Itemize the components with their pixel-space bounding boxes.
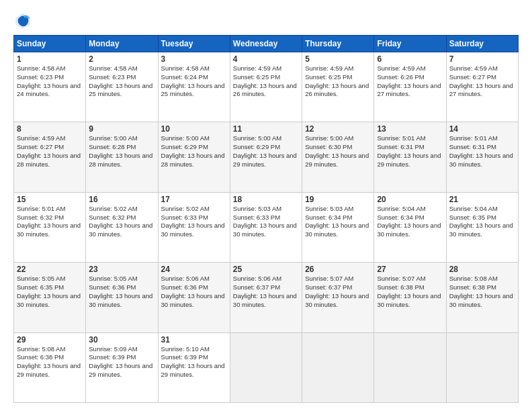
calendar-cell (446, 332, 518, 402)
calendar-cell: 26Sunrise: 5:07 AMSunset: 6:37 PMDayligh… (302, 263, 374, 332)
logo-icon (13, 11, 32, 30)
day-info: Sunrise: 5:05 AMSunset: 6:35 PMDaylight:… (17, 275, 83, 309)
calendar-cell: 12Sunrise: 5:00 AMSunset: 6:30 PMDayligh… (302, 122, 374, 192)
calendar-cell: 6Sunrise: 4:59 AMSunset: 6:26 PMDaylight… (374, 52, 446, 122)
calendar-cell: 8Sunrise: 4:59 AMSunset: 6:27 PMDaylight… (14, 122, 86, 192)
calendar-header-monday: Monday (86, 36, 158, 52)
calendar-cell: 11Sunrise: 5:00 AMSunset: 6:29 PMDayligh… (230, 122, 302, 192)
day-info: Sunrise: 5:02 AMSunset: 6:32 PMDaylight:… (89, 205, 154, 239)
day-info: Sunrise: 5:05 AMSunset: 6:36 PMDaylight:… (89, 275, 154, 309)
calendar-cell: 4Sunrise: 4:59 AMSunset: 6:25 PMDaylight… (230, 52, 302, 122)
day-number: 5 (305, 54, 371, 64)
calendar-cell: 15Sunrise: 5:01 AMSunset: 6:32 PMDayligh… (14, 192, 86, 262)
day-number: 1 (17, 54, 83, 64)
day-info: Sunrise: 5:04 AMSunset: 6:35 PMDaylight:… (449, 205, 515, 239)
day-number: 2 (89, 54, 154, 64)
day-number: 17 (161, 195, 227, 204)
calendar-header-wednesday: Wednesday (230, 36, 302, 52)
day-info: Sunrise: 5:00 AMSunset: 6:30 PMDaylight:… (305, 134, 371, 169)
calendar-cell: 5Sunrise: 4:59 AMSunset: 6:25 PMDaylight… (302, 52, 374, 122)
calendar-cell (302, 332, 374, 402)
day-number: 26 (305, 265, 371, 274)
day-info: Sunrise: 5:07 AMSunset: 6:38 PMDaylight:… (377, 275, 443, 309)
calendar-cell: 7Sunrise: 4:59 AMSunset: 6:27 PMDaylight… (446, 52, 518, 122)
day-info: Sunrise: 5:00 AMSunset: 6:29 PMDaylight:… (161, 134, 227, 169)
day-info: Sunrise: 5:06 AMSunset: 6:36 PMDaylight:… (161, 275, 227, 309)
day-info: Sunrise: 5:01 AMSunset: 6:31 PMDaylight:… (449, 134, 515, 169)
day-number: 21 (449, 195, 515, 204)
calendar-cell: 28Sunrise: 5:08 AMSunset: 6:38 PMDayligh… (446, 263, 518, 332)
day-info: Sunrise: 4:59 AMSunset: 6:25 PMDaylight:… (305, 64, 371, 99)
calendar-cell (230, 332, 302, 402)
day-info: Sunrise: 5:04 AMSunset: 6:34 PMDaylight:… (377, 205, 443, 239)
calendar-cell: 25Sunrise: 5:06 AMSunset: 6:37 PMDayligh… (230, 263, 302, 332)
day-number: 25 (233, 265, 299, 274)
calendar-cell: 17Sunrise: 5:02 AMSunset: 6:33 PMDayligh… (158, 192, 230, 262)
calendar-week-2: 8Sunrise: 4:59 AMSunset: 6:27 PMDaylight… (14, 122, 519, 192)
calendar-cell: 21Sunrise: 5:04 AMSunset: 6:35 PMDayligh… (446, 192, 518, 262)
calendar-cell: 2Sunrise: 4:58 AMSunset: 6:23 PMDaylight… (86, 52, 158, 122)
calendar-cell: 31Sunrise: 5:10 AMSunset: 6:39 PMDayligh… (158, 332, 230, 402)
calendar-header-row: SundayMondayTuesdayWednesdayThursdayFrid… (14, 36, 519, 52)
day-number: 29 (17, 335, 83, 345)
calendar-cell: 22Sunrise: 5:05 AMSunset: 6:35 PMDayligh… (14, 263, 86, 332)
calendar-table: SundayMondayTuesdayWednesdayThursdayFrid… (13, 35, 519, 403)
day-info: Sunrise: 5:00 AMSunset: 6:28 PMDaylight:… (89, 134, 154, 169)
day-info: Sunrise: 4:59 AMSunset: 6:27 PMDaylight:… (17, 134, 83, 169)
day-number: 10 (161, 124, 227, 134)
calendar-week-1: 1Sunrise: 4:58 AMSunset: 6:23 PMDaylight… (14, 52, 519, 122)
day-info: Sunrise: 5:06 AMSunset: 6:37 PMDaylight:… (233, 275, 299, 309)
day-number: 15 (17, 195, 83, 204)
day-number: 20 (377, 195, 443, 204)
calendar-header-friday: Friday (374, 36, 446, 52)
day-number: 4 (233, 54, 299, 64)
calendar-cell: 10Sunrise: 5:00 AMSunset: 6:29 PMDayligh… (158, 122, 230, 192)
day-info: Sunrise: 5:03 AMSunset: 6:33 PMDaylight:… (233, 205, 299, 239)
day-number: 7 (449, 54, 515, 64)
calendar-cell: 3Sunrise: 4:58 AMSunset: 6:24 PMDaylight… (158, 52, 230, 122)
day-number: 6 (377, 54, 443, 64)
day-info: Sunrise: 4:59 AMSunset: 6:26 PMDaylight:… (377, 64, 443, 99)
page: SundayMondayTuesdayWednesdayThursdayFrid… (0, 0, 532, 411)
day-number: 22 (17, 265, 83, 274)
day-info: Sunrise: 5:01 AMSunset: 6:32 PMDaylight:… (17, 205, 83, 239)
calendar-cell: 18Sunrise: 5:03 AMSunset: 6:33 PMDayligh… (230, 192, 302, 262)
day-number: 8 (17, 124, 83, 134)
calendar-cell: 20Sunrise: 5:04 AMSunset: 6:34 PMDayligh… (374, 192, 446, 262)
calendar-cell: 30Sunrise: 5:09 AMSunset: 6:39 PMDayligh… (86, 332, 158, 402)
day-info: Sunrise: 5:00 AMSunset: 6:29 PMDaylight:… (233, 134, 299, 169)
day-info: Sunrise: 5:10 AMSunset: 6:39 PMDaylight:… (161, 345, 227, 379)
calendar-cell (374, 332, 446, 402)
day-number: 16 (89, 195, 154, 204)
day-number: 24 (161, 265, 227, 274)
day-number: 31 (161, 335, 227, 345)
day-info: Sunrise: 5:01 AMSunset: 6:31 PMDaylight:… (377, 134, 443, 169)
calendar-cell: 23Sunrise: 5:05 AMSunset: 6:36 PMDayligh… (86, 263, 158, 332)
day-info: Sunrise: 5:03 AMSunset: 6:34 PMDaylight:… (305, 205, 371, 239)
day-number: 23 (89, 265, 154, 274)
day-info: Sunrise: 4:58 AMSunset: 6:23 PMDaylight:… (17, 64, 83, 99)
calendar-cell: 14Sunrise: 5:01 AMSunset: 6:31 PMDayligh… (446, 122, 518, 192)
day-info: Sunrise: 5:07 AMSunset: 6:37 PMDaylight:… (305, 275, 371, 309)
calendar-header-saturday: Saturday (446, 36, 518, 52)
day-info: Sunrise: 5:09 AMSunset: 6:39 PMDaylight:… (89, 345, 154, 379)
calendar-header-sunday: Sunday (14, 36, 86, 52)
day-info: Sunrise: 4:59 AMSunset: 6:25 PMDaylight:… (233, 64, 299, 99)
day-number: 27 (377, 265, 443, 274)
day-number: 14 (449, 124, 515, 134)
day-number: 12 (305, 124, 371, 134)
logo (13, 11, 35, 30)
day-number: 30 (89, 335, 154, 345)
calendar-header-tuesday: Tuesday (158, 36, 230, 52)
day-info: Sunrise: 5:08 AMSunset: 6:38 PMDaylight:… (449, 275, 515, 309)
day-info: Sunrise: 5:08 AMSunset: 6:38 PMDaylight:… (17, 345, 83, 379)
calendar-cell: 1Sunrise: 4:58 AMSunset: 6:23 PMDaylight… (14, 52, 86, 122)
calendar-week-5: 29Sunrise: 5:08 AMSunset: 6:38 PMDayligh… (14, 332, 519, 402)
calendar-cell: 29Sunrise: 5:08 AMSunset: 6:38 PMDayligh… (14, 332, 86, 402)
calendar-cell: 13Sunrise: 5:01 AMSunset: 6:31 PMDayligh… (374, 122, 446, 192)
calendar-cell: 19Sunrise: 5:03 AMSunset: 6:34 PMDayligh… (302, 192, 374, 262)
day-number: 11 (233, 124, 299, 134)
day-info: Sunrise: 4:58 AMSunset: 6:24 PMDaylight:… (161, 64, 227, 99)
day-number: 9 (89, 124, 154, 134)
day-info: Sunrise: 5:02 AMSunset: 6:33 PMDaylight:… (161, 205, 227, 239)
